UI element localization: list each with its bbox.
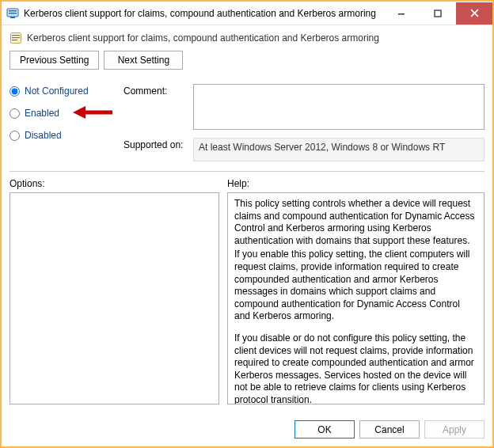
comment-row: Comment: [124,84,484,130]
radio-enabled-input[interactable] [10,108,20,119]
supported-row: Supported on: At least Windows Server 20… [124,138,484,161]
options-pane: Options: [10,178,219,404]
svg-rect-3 [10,17,15,18]
setting-title: Kerberos client support for claims, comp… [27,32,379,44]
radio-enabled[interactable]: Enabled [10,108,112,119]
dialog-body: Kerberos client support for claims, comp… [2,25,492,412]
help-para-1: This policy setting controls whether a d… [234,198,477,247]
subheader: Kerberos client support for claims, comp… [10,32,484,44]
supported-label: Supported on: [124,138,187,150]
previous-setting-button[interactable]: Previous Setting [10,51,99,70]
panes: Options: Help: This policy setting contr… [10,178,484,404]
options-box[interactable] [10,192,219,404]
cancel-button[interactable]: Cancel [359,420,420,439]
comment-textarea[interactable] [193,84,484,130]
svg-rect-2 [9,13,17,14]
radio-not-configured-input[interactable] [10,86,20,97]
help-para-2: If you enable this policy setting, the c… [234,249,477,323]
svg-rect-1 [9,10,17,12]
help-para-3: If you disable or do not configure this … [234,332,477,404]
radio-disabled[interactable]: Disabled [10,130,112,141]
next-setting-button[interactable]: Next Setting [104,51,183,70]
help-box[interactable]: This policy setting controls whether a d… [227,192,484,404]
options-label: Options: [10,178,219,189]
separator [10,171,484,172]
config-row: Not Configured Enabled Disabled Comment [10,84,484,161]
meta-column: Comment: Supported on: At least Windows … [124,84,484,161]
close-button[interactable] [456,2,492,25]
window-title: Kerberos client support for claims, comp… [24,8,383,19]
apply-button[interactable]: Apply [424,420,484,439]
setting-icon [10,32,22,44]
policy-icon [6,7,19,20]
svg-rect-4 [398,13,405,15]
svg-rect-8 [12,37,20,38]
radio-enabled-label: Enabled [25,108,59,119]
dialog-footer: OK Cancel Apply [2,412,492,446]
svg-rect-7 [12,35,20,36]
radio-not-configured-label: Not Configured [25,85,89,97]
svg-rect-9 [12,40,17,40]
comment-label: Comment: [124,84,187,97]
radio-disabled-input[interactable] [10,131,20,141]
svg-rect-5 [435,10,441,17]
dialog-window: Kerberos client support for claims, comp… [0,0,494,448]
ok-button[interactable]: OK [294,420,355,439]
titlebar[interactable]: Kerberos client support for claims, comp… [2,2,492,25]
maximize-button[interactable] [420,2,456,25]
minimize-button[interactable] [383,2,420,25]
nav-row: Previous Setting Next Setting [10,51,484,70]
help-pane: Help: This policy setting controls wheth… [227,178,484,404]
radio-not-configured[interactable]: Not Configured [10,85,112,97]
state-radio-group: Not Configured Enabled Disabled [10,84,112,161]
radio-disabled-label: Disabled [25,130,62,141]
help-label: Help: [227,178,484,189]
supported-on-text: At least Windows Server 2012, Windows 8 … [193,138,484,161]
